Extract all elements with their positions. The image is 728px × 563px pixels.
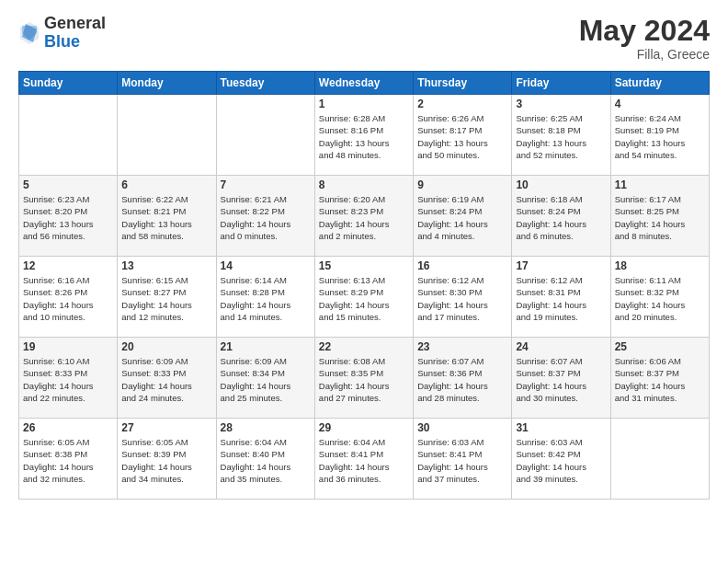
cell-line: and 34 minutes. (121, 473, 211, 485)
cell-line: and 48 minutes. (319, 149, 409, 161)
cell-line: and 6 minutes. (516, 230, 606, 242)
cell-line: and 56 minutes. (23, 230, 113, 242)
day-number: 12 (23, 259, 113, 272)
cell-line: Sunset: 8:37 PM (516, 367, 606, 379)
logo-text: General Blue (44, 15, 106, 52)
cell-line: Sunset: 8:16 PM (319, 124, 409, 136)
cell-line: Sunset: 8:31 PM (516, 286, 606, 298)
cell-line: Daylight: 14 hours (516, 299, 606, 311)
cell-line: Sunset: 8:29 PM (319, 286, 409, 298)
cell-line: Daylight: 14 hours (615, 218, 705, 230)
cell-line: Sunrise: 6:06 AM (615, 355, 705, 367)
cell-line: Daylight: 14 hours (516, 380, 606, 392)
cell-line: Sunrise: 6:21 AM (221, 193, 311, 205)
cell-line: Sunset: 8:22 PM (221, 205, 311, 217)
cell-line: Sunrise: 6:25 AM (516, 112, 606, 124)
cell-line: Daylight: 14 hours (121, 461, 211, 473)
cell-line: Sunrise: 6:17 AM (615, 193, 705, 205)
table-row (19, 95, 118, 176)
table-row: 3Sunrise: 6:25 AMSunset: 8:18 PMDaylight… (512, 95, 610, 176)
table-row: 16Sunrise: 6:12 AMSunset: 8:30 PMDayligh… (414, 257, 512, 338)
cell-line: and 27 minutes. (319, 392, 409, 404)
col-thursday: Thursday (414, 72, 512, 95)
cell-line: Sunset: 8:20 PM (23, 205, 113, 217)
table-row: 9Sunrise: 6:19 AMSunset: 8:24 PMDaylight… (414, 176, 512, 257)
cell-line: Sunrise: 6:15 AM (121, 274, 211, 286)
cell-line: Sunset: 8:24 PM (516, 205, 606, 217)
cell-line: Daylight: 14 hours (516, 218, 606, 230)
cell-line: and 20 minutes. (615, 311, 705, 323)
table-row: 6Sunrise: 6:22 AMSunset: 8:21 PMDaylight… (118, 176, 216, 257)
cell-line: Sunrise: 6:07 AM (417, 355, 507, 367)
cell-line: Sunset: 8:37 PM (615, 367, 705, 379)
table-row: 7Sunrise: 6:21 AMSunset: 8:22 PMDaylight… (216, 176, 314, 257)
cell-line: Sunset: 8:25 PM (615, 205, 705, 217)
day-number: 8 (319, 178, 409, 191)
cell-line: and 17 minutes. (417, 311, 507, 323)
day-number: 9 (417, 178, 507, 191)
table-row: 27Sunrise: 6:05 AMSunset: 8:39 PMDayligh… (118, 419, 216, 500)
table-row (118, 95, 216, 176)
subtitle: Filla, Greece (579, 47, 710, 62)
cell-line: Sunset: 8:40 PM (221, 448, 311, 460)
cell-line: Sunrise: 6:14 AM (221, 274, 311, 286)
col-friday: Friday (512, 72, 610, 95)
table-row: 25Sunrise: 6:06 AMSunset: 8:37 PMDayligh… (610, 338, 709, 419)
cell-line: Sunrise: 6:16 AM (23, 274, 113, 286)
day-number: 13 (121, 259, 211, 272)
cell-line: Daylight: 14 hours (319, 299, 409, 311)
day-number: 17 (516, 259, 606, 272)
cell-line: Daylight: 13 hours (23, 218, 113, 230)
day-number: 18 (615, 259, 705, 272)
cell-line: and 10 minutes. (23, 311, 113, 323)
cell-line: Daylight: 14 hours (319, 380, 409, 392)
cell-line: Daylight: 14 hours (319, 461, 409, 473)
cell-line: Daylight: 14 hours (23, 380, 113, 392)
cell-line: and 32 minutes. (23, 473, 113, 485)
table-row: 12Sunrise: 6:16 AMSunset: 8:26 PMDayligh… (19, 257, 118, 338)
table-row: 19Sunrise: 6:10 AMSunset: 8:33 PMDayligh… (19, 338, 118, 419)
cell-line: Sunrise: 6:12 AM (516, 274, 606, 286)
table-row: 4Sunrise: 6:24 AMSunset: 8:19 PMDaylight… (610, 95, 709, 176)
cell-line: Daylight: 13 hours (615, 137, 705, 149)
cell-line: Daylight: 14 hours (221, 380, 311, 392)
cell-line: Daylight: 13 hours (417, 137, 507, 149)
day-number: 14 (221, 259, 311, 272)
day-number: 6 (121, 178, 211, 191)
cell-line: Sunrise: 6:12 AM (417, 274, 507, 286)
cell-line: and 19 minutes. (516, 311, 606, 323)
cell-line: Daylight: 14 hours (417, 380, 507, 392)
cell-line: Sunrise: 6:20 AM (319, 193, 409, 205)
table-row: 26Sunrise: 6:05 AMSunset: 8:38 PMDayligh… (19, 419, 118, 500)
cell-line: Daylight: 14 hours (221, 299, 311, 311)
day-number: 28 (221, 421, 311, 434)
day-number: 10 (516, 178, 606, 191)
cell-line: and 14 minutes. (221, 311, 311, 323)
cell-line: Daylight: 14 hours (121, 299, 211, 311)
cell-line: Sunrise: 6:03 AM (417, 436, 507, 448)
cell-line: Sunrise: 6:19 AM (417, 193, 507, 205)
cell-line: Daylight: 14 hours (319, 218, 409, 230)
cell-line: and 2 minutes. (319, 230, 409, 242)
table-row: 28Sunrise: 6:04 AMSunset: 8:40 PMDayligh… (216, 419, 314, 500)
cell-line: Sunrise: 6:11 AM (615, 274, 705, 286)
cell-line: Sunset: 8:24 PM (417, 205, 507, 217)
table-row: 23Sunrise: 6:07 AMSunset: 8:36 PMDayligh… (414, 338, 512, 419)
logo-blue-text: Blue (44, 33, 106, 52)
cell-line: and 12 minutes. (121, 311, 211, 323)
cell-line: and 35 minutes. (221, 473, 311, 485)
cell-line: Sunset: 8:34 PM (221, 367, 311, 379)
cell-line: Sunset: 8:17 PM (417, 124, 507, 136)
cell-line: Sunset: 8:41 PM (319, 448, 409, 460)
day-number: 26 (23, 421, 113, 434)
cell-line: Sunset: 8:28 PM (221, 286, 311, 298)
day-number: 23 (417, 340, 507, 353)
cell-line: Daylight: 14 hours (23, 299, 113, 311)
cell-line: Daylight: 14 hours (417, 299, 507, 311)
table-row: 24Sunrise: 6:07 AMSunset: 8:37 PMDayligh… (512, 338, 610, 419)
calendar-header: Sunday Monday Tuesday Wednesday Thursday… (19, 72, 710, 95)
day-number: 5 (23, 178, 113, 191)
table-row: 5Sunrise: 6:23 AMSunset: 8:20 PMDaylight… (19, 176, 118, 257)
cell-line: Sunrise: 6:09 AM (121, 355, 211, 367)
cell-line: Sunset: 8:21 PM (121, 205, 211, 217)
